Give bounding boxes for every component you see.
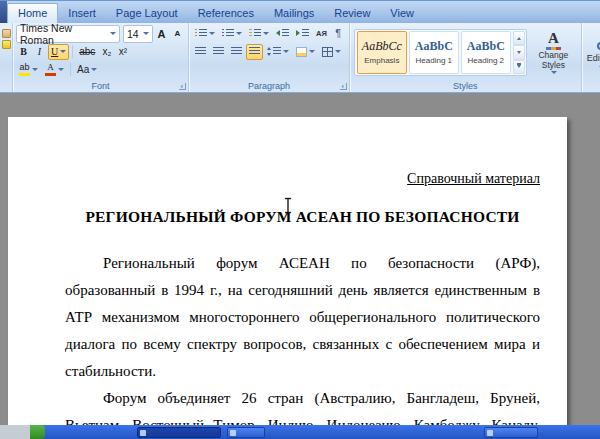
justify-icon: [249, 47, 260, 56]
underline-button[interactable]: U: [48, 44, 69, 60]
align-center-icon: [213, 47, 224, 56]
justify-button[interactable]: [246, 44, 263, 60]
chevron-down-icon: [335, 50, 341, 53]
editing-group: Editing: [582, 23, 600, 92]
subscript-button[interactable]: x₂: [99, 44, 114, 60]
shading-button[interactable]: [293, 44, 318, 60]
chevron-down-icon: [58, 68, 64, 71]
document-area[interactable]: Справочный материал РЕГИОНАЛЬНЫЙ ФОРУМ А…: [0, 93, 600, 425]
superscript-button[interactable]: x²: [115, 44, 130, 60]
taskbar-window-button-2[interactable]: [227, 427, 265, 438]
ibeam-cursor-icon: [283, 197, 293, 214]
change-case-button[interactable]: Aa: [74, 62, 100, 78]
find-icon: [597, 42, 600, 50]
chevron-down-icon: [309, 50, 315, 53]
style-name: Heading 1: [416, 56, 452, 65]
font-group-label: Font: [13, 81, 188, 91]
chevron-down-icon: [143, 32, 149, 35]
tab-review[interactable]: Review: [324, 3, 380, 23]
taskbar-left-fragment: [0, 425, 30, 439]
align-right-icon: [231, 47, 242, 56]
change-styles-button[interactable]: A Change Styles: [530, 31, 577, 75]
chevron-down-icon: [32, 68, 38, 71]
style-heading-1[interactable]: AaBbC Heading 1: [409, 31, 459, 74]
start-button-partial[interactable]: [30, 425, 45, 439]
tab-insert[interactable]: Insert: [58, 3, 106, 23]
style-heading-2[interactable]: AaBbC Heading 2: [461, 31, 511, 74]
editing-button[interactable]: Editing: [587, 42, 600, 69]
pilcrow-icon: ¶: [335, 28, 341, 39]
ribbon: Times New Roman 14 A A B I U abc: [0, 23, 600, 93]
line-spacing-icon: [267, 47, 281, 56]
style-name: Emphasis: [364, 56, 399, 65]
align-right-button[interactable]: [228, 44, 245, 60]
gallery-more-button[interactable]: [513, 60, 525, 74]
arrow-down-icon: [517, 51, 521, 54]
shrink-font-button[interactable]: A: [170, 26, 185, 42]
gallery-scroll-up-button[interactable]: [513, 31, 525, 45]
tab-page-layout[interactable]: Page Layout: [106, 3, 188, 23]
font-size-select[interactable]: 14: [123, 25, 153, 43]
font-color-button[interactable]: A: [42, 62, 67, 78]
font-color-icon: A: [45, 63, 56, 76]
sort-button[interactable]: АЯ: [313, 26, 330, 42]
bullets-button[interactable]: [192, 26, 218, 42]
taskbar: [0, 425, 600, 439]
paragraph-dialog-launcher-icon[interactable]: [340, 83, 347, 90]
document-page[interactable]: Справочный материал РЕГИОНАЛЬНЫЙ ФОРУМ А…: [8, 117, 567, 425]
align-left-button[interactable]: [192, 44, 209, 60]
tab-mailings[interactable]: Mailings: [264, 3, 324, 23]
increase-indent-button[interactable]: [293, 26, 312, 42]
font-size-value: 14: [127, 28, 139, 40]
bold-button[interactable]: B: [16, 44, 31, 60]
chevron-down-icon: [263, 32, 269, 35]
italic-button[interactable]: I: [32, 44, 47, 60]
office-button-partial[interactable]: [0, 1, 7, 23]
clipboard-group-partial: [0, 23, 13, 92]
strikethrough-button[interactable]: abc: [76, 44, 98, 60]
align-center-button[interactable]: [210, 44, 227, 60]
grow-font-button[interactable]: A: [154, 26, 169, 42]
taskbar-window-button-3[interactable]: [484, 427, 538, 438]
borders-button[interactable]: [319, 44, 344, 60]
underline-icon: U: [51, 46, 58, 57]
tab-references[interactable]: References: [188, 3, 264, 23]
divider: [72, 45, 73, 58]
style-name: Heading 2: [468, 56, 504, 65]
styles-gallery: AaBbCc Emphasis AaBbC Heading 1 AaBbC He…: [354, 29, 527, 76]
styles-group: AaBbCc Emphasis AaBbC Heading 1 AaBbC He…: [350, 23, 582, 92]
text-highlight-color-button[interactable]: ab: [16, 62, 41, 78]
show-paragraph-marks-button[interactable]: ¶: [331, 26, 346, 42]
multilevel-list-button[interactable]: [246, 26, 272, 42]
header-note[interactable]: Справочный материал: [65, 171, 540, 187]
change-styles-icon: A: [546, 31, 561, 50]
tab-view[interactable]: View: [380, 3, 424, 23]
document-title[interactable]: РЕГИОНАЛЬНЫЙ ФОРУМ АСЕАН ПО БЕЗОПАСНОСТИ: [65, 208, 540, 226]
styles-gallery-scrollbar: [513, 31, 525, 74]
decrease-indent-button[interactable]: [273, 26, 292, 42]
chevron-down-icon: [551, 71, 557, 74]
align-left-icon: [195, 47, 206, 56]
style-emphasis[interactable]: AaBbCc Emphasis: [357, 31, 407, 74]
format-painter-icon[interactable]: [2, 40, 11, 49]
paragraph[interactable]: Форум объединяет 26 стран (Австралию, Ба…: [65, 385, 540, 425]
taskbar-window-button-1[interactable]: [137, 427, 221, 438]
ribbon-tab-bar: Home Insert Page Layout References Maili…: [0, 0, 600, 23]
chevron-down-icon: [209, 32, 215, 35]
paste-icon[interactable]: [2, 29, 11, 38]
line-spacing-button[interactable]: [264, 44, 292, 60]
gallery-scroll-down-button[interactable]: [513, 45, 525, 59]
font-name-select[interactable]: Times New Roman: [16, 25, 120, 43]
numbering-button[interactable]: [219, 26, 245, 42]
tab-home[interactable]: Home: [7, 3, 58, 23]
borders-icon: [322, 47, 333, 57]
grow-font-icon: A: [158, 28, 166, 40]
style-preview: AaBbC: [467, 40, 505, 53]
change-styles-label: Change Styles: [530, 51, 577, 71]
editing-label: Editing: [587, 53, 600, 63]
numbering-icon: [222, 29, 234, 38]
change-case-icon: Aa: [77, 64, 89, 75]
font-dialog-launcher-icon[interactable]: [179, 83, 186, 90]
paragraph[interactable]: Региональный форум АСЕАН по безопасности…: [65, 250, 540, 385]
shading-icon: [296, 47, 307, 57]
